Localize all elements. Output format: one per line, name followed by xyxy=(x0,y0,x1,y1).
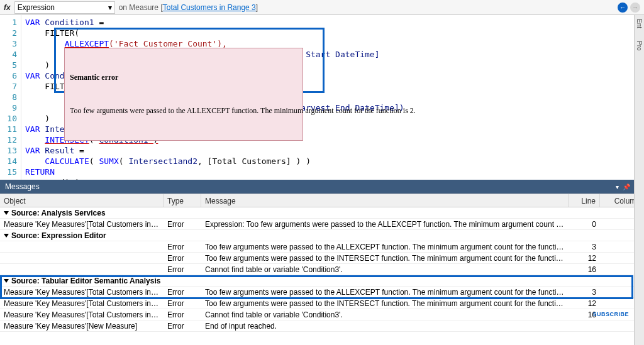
tooltip-title: Semantic error xyxy=(70,72,297,83)
cell-line: 3 xyxy=(569,287,600,297)
cell-object: Measure 'Key Measures'[Total Customers i… xyxy=(0,310,164,320)
semantic-error-tooltip: Semantic error Too few arguments were pa… xyxy=(64,48,303,141)
triangle-down-icon xyxy=(4,211,9,215)
message-row[interactable]: Measure 'Key Measures'[Total Customers i… xyxy=(0,298,644,309)
col-message[interactable]: Message xyxy=(201,194,569,207)
tooltip-body: Too few arguments were passed to the ALL… xyxy=(70,106,297,116)
code-line: ) xyxy=(25,60,50,70)
cell-type: Error xyxy=(164,321,201,331)
code-line: FILTER( xyxy=(25,28,79,38)
cell-object: Measure 'Key Measures'[New Measure] xyxy=(0,321,164,331)
cell-message: Cannot find table or variable 'Condition… xyxy=(201,310,569,320)
message-row[interactable]: Error Too few arguments were passed to t… xyxy=(0,241,644,253)
cell-line: 3 xyxy=(569,242,600,252)
kw-var: VAR xyxy=(25,71,40,80)
ln: 10 xyxy=(0,113,17,124)
group-label: Source: Analysis Services xyxy=(11,209,106,217)
group-expression-editor[interactable]: Source: Expression Editor xyxy=(0,230,644,241)
cell-message: Too few arguments were passed to the ALL… xyxy=(201,287,569,297)
cell-line: 0 xyxy=(569,219,600,229)
context-prefix: on Measure [ xyxy=(119,3,163,12)
kw-var: VAR xyxy=(25,18,40,27)
ln: 13 xyxy=(0,145,17,156)
arg: ('Fact Customer Count'), xyxy=(109,39,227,48)
ln: 4 xyxy=(0,49,17,60)
expression-toolbar: fx Expression ▾ on Measure [Total Custom… xyxy=(0,0,644,15)
txt: , [Total Customers] ) ) xyxy=(197,156,311,166)
context-measure-link[interactable]: Total Customers in Range 3 xyxy=(163,3,256,12)
context-suffix: ] xyxy=(256,3,258,12)
ln: 3 xyxy=(0,38,17,49)
expression-context: on Measure [Total Customers in Range 3] xyxy=(119,3,258,12)
cell-type: Error xyxy=(164,287,201,297)
cell-object: Measure 'Key Measures'[Total Customers i… xyxy=(0,219,164,229)
subscribe-badge[interactable]: SUBSCRIBE xyxy=(592,311,629,317)
ln: 14 xyxy=(0,156,17,167)
group-tabular-editor[interactable]: Source: Tabular Editor Semantic Analysis xyxy=(0,275,644,287)
ln: 1 xyxy=(0,17,17,28)
side-tab-pro[interactable]: Pro xyxy=(636,41,643,51)
fx-icon: fx xyxy=(4,3,11,12)
messages-header: Messages ▾ 📌 ✕ xyxy=(0,180,644,194)
dropdown-icon[interactable]: ▾ xyxy=(616,183,619,190)
cell-message: End of input reached. xyxy=(201,321,569,331)
ln: 8 xyxy=(0,92,17,102)
messages-columns: Object Type Message Line Column xyxy=(0,194,644,207)
cell-type: Error xyxy=(164,310,201,320)
cell-type: Error xyxy=(164,253,201,263)
group-label: Source: Expression Editor xyxy=(11,231,106,240)
kw-var: VAR xyxy=(25,146,40,155)
col-line[interactable]: Line xyxy=(569,194,600,207)
message-row[interactable]: Error Cannot find table or variable 'Con… xyxy=(0,264,644,275)
cell-type: Error xyxy=(164,298,201,309)
fn-calculate: CALCULATE xyxy=(45,156,89,166)
messages-title: Messages xyxy=(5,182,40,191)
ln: 7 xyxy=(0,81,17,92)
code-line: Condition3 xyxy=(25,178,94,180)
ln: 12 xyxy=(0,134,17,145)
group-analysis-services[interactable]: Source: Analysis Services xyxy=(0,207,644,219)
cell-type: Error xyxy=(164,265,201,275)
cell-object xyxy=(0,246,164,248)
txt: = xyxy=(74,146,84,155)
nav-back-button[interactable]: ← xyxy=(618,3,628,13)
ident: Condition1 xyxy=(45,18,94,27)
side-tabs: Ent Pro xyxy=(634,15,644,345)
kw-var: VAR xyxy=(25,124,40,134)
code-body[interactable]: VAR Condition1 = FILTER( ALLEXCEPT('Fact… xyxy=(21,15,644,180)
cell-message: Too few arguments were passed to the ALL… xyxy=(201,242,569,252)
cell-type: Error xyxy=(164,242,201,252)
line-gutter: 1 2 3 4 5 6 7 8 9 10 11 12 13 14 15 16 xyxy=(0,15,21,180)
cell-message: Cannot find table or variable 'Condition… xyxy=(201,265,569,275)
ln: 15 xyxy=(0,167,17,177)
triangle-down-icon xyxy=(4,234,9,238)
cell-object xyxy=(0,258,164,259)
ref: Intersect1and2 xyxy=(128,156,197,166)
ident: Result xyxy=(45,146,74,155)
message-row[interactable]: Error Too few arguments were passed to t… xyxy=(0,253,644,264)
expression-dropdown[interactable]: Expression ▾ xyxy=(14,1,115,14)
nav-forward-button: → xyxy=(630,3,640,13)
message-row[interactable]: Measure 'Key Measures'[New Measure] Erro… xyxy=(0,320,644,332)
ln: 9 xyxy=(0,102,17,113)
group-label: Source: Tabular Editor Semantic Analysis xyxy=(11,277,160,285)
code-editor[interactable]: 1 2 3 4 5 6 7 8 9 10 11 12 13 14 15 16 V… xyxy=(0,15,644,180)
triangle-down-icon xyxy=(4,279,9,283)
side-tab-ent[interactable]: Ent xyxy=(636,19,643,28)
message-row[interactable]: Measure 'Key Measures'[Total Customers i… xyxy=(0,309,644,320)
messages-grid[interactable]: Source: Analysis Services Measure 'Key M… xyxy=(0,207,644,345)
cell-message: Too few arguments were passed to the INT… xyxy=(201,253,569,263)
ln: 2 xyxy=(0,28,17,38)
cell-message: Too few arguments were passed to the INT… xyxy=(201,298,569,309)
pin-icon[interactable]: 📌 xyxy=(623,183,630,190)
nav-buttons: ← → xyxy=(618,3,640,13)
col-object[interactable]: Object xyxy=(0,194,164,207)
fn-allexcept: ALLEXCEPT xyxy=(65,39,109,48)
message-row[interactable]: Measure 'Key Measures'[Total Customers i… xyxy=(0,219,644,230)
code-line: ) xyxy=(25,114,50,123)
message-row[interactable]: Measure 'Key Measures'[Total Customers i… xyxy=(0,287,644,298)
cell-line: 12 xyxy=(569,298,600,309)
txt: ( xyxy=(119,156,129,166)
col-type[interactable]: Type xyxy=(164,194,201,207)
cell-object: Measure 'Key Measures'[Total Customers i… xyxy=(0,298,164,309)
